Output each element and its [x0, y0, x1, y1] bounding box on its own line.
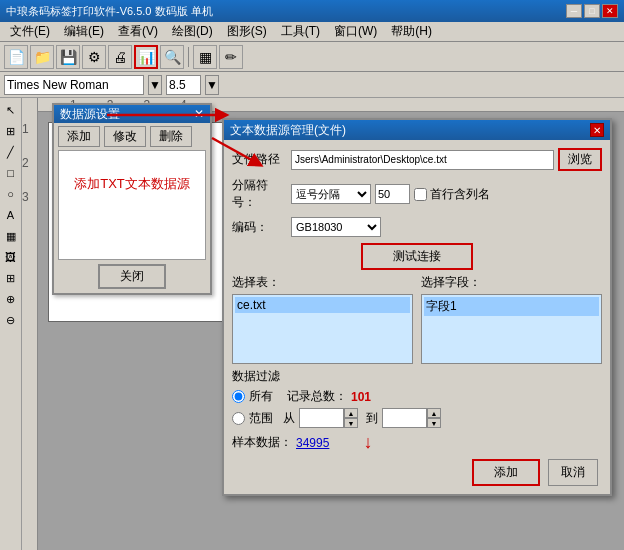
maximize-btn[interactable]: □ [584, 4, 600, 18]
new-btn[interactable]: 📄 [4, 45, 28, 69]
menu-view[interactable]: 查看(V) [112, 22, 164, 41]
menu-help[interactable]: 帮助(H) [385, 22, 438, 41]
open-btn[interactable]: 📁 [30, 45, 54, 69]
cancel-btn[interactable]: 取消 [548, 459, 598, 486]
data-dialog-toolbar: 添加 修改 删除 [54, 123, 210, 150]
close-btn[interactable]: ✕ [602, 4, 618, 18]
sample-label: 样本数据： [232, 434, 292, 451]
field-listbox[interactable]: 字段1 [421, 294, 602, 364]
menu-file[interactable]: 文件(E) [4, 22, 56, 41]
menu-shape[interactable]: 图形(S) [221, 22, 273, 41]
minimize-btn[interactable]: ─ [566, 4, 582, 18]
font-size-input[interactable] [166, 75, 201, 95]
field-label: 选择字段： [421, 274, 602, 291]
data-dialog-title: 数据源设置 ✕ [54, 105, 210, 123]
font-dropdown-arrow[interactable]: ▼ [148, 75, 162, 95]
range-from-label: 从 [283, 410, 295, 427]
ellipse-tool[interactable]: ○ [1, 184, 21, 204]
test-connection-btn[interactable]: 测试连接 [361, 243, 473, 270]
datasource-btn[interactable]: 📊 [134, 45, 158, 69]
range-radio-label: 范围 [249, 410, 273, 427]
all-radio-row: 所有 记录总数： 101 [232, 388, 602, 405]
menu-edit[interactable]: 编辑(E) [58, 22, 110, 41]
text-tool[interactable]: A [1, 205, 21, 225]
save-btn[interactable]: 💾 [56, 45, 80, 69]
filepath-label: 文件路径 [232, 151, 287, 168]
bottom-btns: 添加 取消 [232, 459, 602, 486]
separator-select[interactable]: 逗号分隔 制表分隔 [291, 184, 371, 204]
settings-btn[interactable]: ⚙ [82, 45, 106, 69]
select-tool[interactable]: ↖ [1, 100, 21, 120]
table-label: 选择表： [232, 274, 413, 291]
table-field-section: 选择表： ce.txt 选择字段： 字段1 [232, 274, 602, 364]
range-to-spin-down[interactable]: ▼ [427, 418, 441, 428]
range-from-input[interactable] [299, 408, 344, 428]
modify-datasource-btn[interactable]: 修改 [104, 126, 146, 147]
range-from-spin: ▲ ▼ [344, 408, 358, 428]
data-dialog-close-btn[interactable]: 关闭 [98, 264, 166, 289]
zoom-out-tool[interactable]: ⊖ [1, 310, 21, 330]
barcode-tool[interactable]: ▦ [1, 226, 21, 246]
sample-row: 样本数据： 34995 ↓ [232, 432, 602, 453]
range-radio-row: 范围 从 ▲ ▼ 到 ▲ [232, 408, 602, 428]
zoom-in-tool[interactable]: ⊕ [1, 289, 21, 309]
image-tool[interactable]: 🖼 [1, 247, 21, 267]
menu-tool[interactable]: 工具(T) [275, 22, 326, 41]
range-from-spin-down[interactable]: ▼ [344, 418, 358, 428]
table-listbox[interactable]: ce.txt [232, 294, 413, 364]
range-from-spin-up[interactable]: ▲ [344, 408, 358, 418]
range-to-spin-up[interactable]: ▲ [427, 408, 441, 418]
ruler-vertical: 1 2 3 [22, 98, 38, 550]
toolbar: 📄 📁 💾 ⚙ 🖨 📊 🔍 ▦ ✏ [0, 42, 624, 72]
range-radio[interactable] [232, 412, 245, 425]
data-dialog-footer: 关闭 [54, 260, 210, 293]
red-arrow-down: ↓ [363, 432, 372, 453]
extra-btn1[interactable]: ▦ [193, 45, 217, 69]
txt-datasource-dialog: 文本数据源管理(文件) ✕ 文件路径 浏览 分隔符号： 逗号分隔 制表分隔 [222, 118, 612, 496]
add-datasource-btn[interactable]: 添加 [58, 126, 100, 147]
filepath-input[interactable] [291, 150, 554, 170]
font-size-arrow[interactable]: ▼ [205, 75, 219, 95]
add-btn[interactable]: 添加 [472, 459, 540, 486]
extra-btn2[interactable]: ✏ [219, 45, 243, 69]
txt-dialog-title-bar: 文本数据源管理(文件) ✕ [224, 120, 610, 140]
separator-num-input[interactable] [375, 184, 410, 204]
zoom-btn[interactable]: 🔍 [160, 45, 184, 69]
txt-dialog-close-btn[interactable]: ✕ [590, 123, 604, 137]
all-radio[interactable] [232, 390, 245, 403]
encoding-label: 编码： [232, 219, 287, 236]
data-source-dialog: 数据源设置 ✕ 添加 修改 删除 添加TXT文本数据源 关闭 [52, 103, 212, 295]
left-toolbar: ↖ ⊞ ╱ □ ○ A ▦ 🖼 ⊞ ⊕ ⊖ [0, 98, 22, 550]
table-section: 选择表： ce.txt [232, 274, 413, 364]
range-to-spin: ▲ ▼ [427, 408, 441, 428]
encoding-select[interactable]: GB18030 UTF-8 [291, 217, 381, 237]
range-to-group: ▲ ▼ [382, 408, 441, 428]
sample-value[interactable]: 34995 [296, 436, 329, 450]
table-item[interactable]: ce.txt [235, 297, 410, 313]
toolbar-separator [188, 47, 189, 67]
delete-datasource-btn[interactable]: 删除 [150, 126, 192, 147]
print-btn[interactable]: 🖨 [108, 45, 132, 69]
app-title: 中琅条码标签打印软件-V6.5.0 数码版 单机 [6, 4, 213, 19]
separator-label: 分隔符号： [232, 177, 287, 211]
browse-btn[interactable]: 浏览 [558, 148, 602, 171]
field-item[interactable]: 字段1 [424, 297, 599, 316]
data-list-area: 添加TXT文本数据源 [58, 150, 206, 260]
record-count-label: 记录总数： [287, 388, 347, 405]
data-dialog-close-icon[interactable]: ✕ [194, 107, 204, 121]
line-tool[interactable]: ╱ [1, 142, 21, 162]
txt-dialog-body: 文件路径 浏览 分隔符号： 逗号分隔 制表分隔 首行含列名 [224, 140, 610, 494]
first-row-checkbox[interactable] [414, 188, 427, 201]
menu-window[interactable]: 窗口(W) [328, 22, 383, 41]
font-name-input[interactable] [4, 75, 144, 95]
data-dialog-title-text: 数据源设置 [60, 106, 120, 123]
font-bar: ▼ ▼ [0, 72, 624, 98]
menu-draw[interactable]: 绘图(D) [166, 22, 219, 41]
encoding-row: 编码： GB18030 UTF-8 [232, 217, 602, 237]
add-txt-label: 添加TXT文本数据源 [63, 175, 201, 193]
rect-tool[interactable]: □ [1, 163, 21, 183]
table-tool[interactable]: ⊞ [1, 268, 21, 288]
separator-row: 分隔符号： 逗号分隔 制表分隔 首行含列名 [232, 177, 602, 211]
range-to-input[interactable] [382, 408, 427, 428]
node-tool[interactable]: ⊞ [1, 121, 21, 141]
